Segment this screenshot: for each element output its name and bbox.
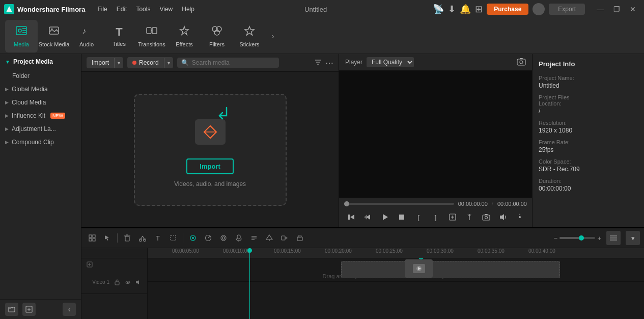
- import-button[interactable]: Import: [87, 57, 114, 68]
- close-button[interactable]: ✕: [626, 4, 640, 14]
- crop-button[interactable]: [166, 231, 180, 245]
- timeline-ruler: 00:00:05:00 00:00:10:00 00:00:15:00 00:0…: [148, 248, 644, 258]
- info-color-space: Color Space: SDR - Rec.709: [539, 158, 638, 173]
- filter-icon[interactable]: [314, 58, 322, 68]
- toolbar-transitions-label: Transitions: [138, 41, 165, 47]
- select-tool-button[interactable]: [101, 231, 114, 245]
- drag-clip-wrap: +: [405, 259, 433, 278]
- toolbar-stickers[interactable]: Stickers: [233, 20, 266, 52]
- mask-button[interactable]: [217, 231, 230, 245]
- notification-icon[interactable]: 🔔: [460, 4, 471, 15]
- add-to-timeline-button[interactable]: [445, 210, 459, 224]
- purchase-button[interactable]: Purchase: [487, 4, 528, 15]
- composite-button[interactable]: [293, 231, 306, 245]
- progress-knob[interactable]: [344, 201, 349, 206]
- toolbar-filters[interactable]: Filters: [201, 20, 233, 52]
- toolbar-audio-label: Audio: [79, 41, 94, 47]
- center-content: Import ▾ Record ▾ 🔍: [81, 54, 644, 319]
- dragged-clip[interactable]: [405, 259, 433, 278]
- svg-marker-31: [364, 215, 367, 220]
- grid-icon[interactable]: ⊞: [475, 4, 483, 15]
- zoom-slider[interactable]: [559, 237, 595, 239]
- mark-in-button[interactable]: [: [412, 210, 426, 224]
- mark-out-button[interactable]: ]: [429, 210, 442, 224]
- speed-button[interactable]: [202, 231, 215, 245]
- player-settings-button[interactable]: [513, 210, 527, 224]
- toolbar-stock-media[interactable]: Stock Media: [38, 20, 70, 52]
- ruler-mark-2: 00:00:15:00: [274, 248, 301, 254]
- cut-button[interactable]: [136, 231, 149, 245]
- clip-ghost: [341, 261, 560, 278]
- delete-button[interactable]: [121, 231, 134, 245]
- skip-back-button[interactable]: [344, 210, 358, 224]
- ruler-mark-1: 00:00:10:00: [223, 248, 250, 254]
- media-content: Import Videos, audio, and images: [81, 72, 339, 227]
- toolbar-effects[interactable]: Effects: [168, 20, 201, 52]
- record-audio-button[interactable]: [232, 231, 245, 245]
- add-marker-button[interactable]: [263, 231, 276, 245]
- audio-button[interactable]: [496, 210, 510, 224]
- toolbar-audio[interactable]: ♪ Audio: [70, 20, 103, 52]
- toolbar-media[interactable]: Media: [5, 20, 38, 52]
- track-lock-button[interactable]: [113, 278, 122, 287]
- toolbar-titles[interactable]: T Titles: [103, 20, 135, 52]
- add-media-button[interactable]: [22, 303, 36, 316]
- zoom-out-icon[interactable]: −: [554, 234, 558, 242]
- player-canvas: [339, 71, 532, 198]
- menu-tools[interactable]: Tools: [132, 4, 154, 15]
- play-button[interactable]: [378, 210, 391, 224]
- menu-edit[interactable]: Edit: [113, 4, 131, 15]
- loop-button[interactable]: [186, 231, 200, 245]
- snapshot-button[interactable]: [479, 210, 493, 224]
- sidebar-folder[interactable]: Folder: [0, 69, 81, 83]
- menu-view[interactable]: View: [155, 4, 177, 15]
- section-arrow-icon: ▶: [5, 126, 9, 131]
- track-visible-button[interactable]: [123, 278, 132, 287]
- search-bar[interactable]: 🔍: [177, 58, 279, 68]
- sidebar-influence-kit[interactable]: ▶ Influence Kit NEW: [0, 109, 81, 122]
- record-chevron[interactable]: ▾: [164, 58, 173, 68]
- collapse-sidebar-button[interactable]: ‹: [63, 303, 76, 316]
- text-tool-button[interactable]: T: [151, 231, 164, 245]
- maximize-button[interactable]: ❐: [609, 4, 624, 14]
- split-button[interactable]: [462, 210, 476, 224]
- sidebar-adjustment[interactable]: ▶ Adjustment La...: [0, 122, 81, 136]
- record-dropdown[interactable]: Record ▾: [127, 57, 173, 68]
- import-dropdown[interactable]: Import ▾: [87, 57, 123, 68]
- scene-detect-button[interactable]: [86, 231, 99, 245]
- track-audio-button[interactable]: [134, 278, 143, 287]
- timeline-layout-button[interactable]: [606, 231, 621, 245]
- broadcast-icon[interactable]: 📡: [433, 4, 444, 15]
- quality-select[interactable]: Full Quality 1/2 Quality 1/4 Quality: [367, 57, 414, 67]
- stop-button[interactable]: [395, 210, 409, 224]
- minimize-button[interactable]: —: [593, 4, 607, 14]
- toolbar-more[interactable]: ›: [268, 32, 278, 40]
- search-input[interactable]: [192, 59, 275, 66]
- zoom-in-icon[interactable]: +: [597, 234, 601, 242]
- add-folder-button[interactable]: [5, 303, 18, 316]
- menu-file[interactable]: File: [93, 4, 111, 15]
- timeline-more-button[interactable]: ▾: [626, 231, 640, 245]
- svg-point-81: [127, 281, 129, 283]
- sidebar-compound-clip[interactable]: ▶ Compound Clip: [0, 136, 81, 149]
- zoom-handle[interactable]: [579, 235, 584, 241]
- more-icon[interactable]: ⋯: [325, 58, 333, 68]
- avatar[interactable]: [533, 3, 545, 15]
- record-button[interactable]: Record: [127, 57, 164, 68]
- player-snapshot-button[interactable]: [517, 58, 526, 67]
- export-button[interactable]: Export: [549, 4, 585, 15]
- download-icon[interactable]: ⬇: [448, 4, 456, 15]
- import-chevron[interactable]: ▾: [114, 58, 123, 68]
- svg-rect-47: [93, 238, 95, 241]
- add-track-row[interactable]: [81, 258, 147, 271]
- import-main-button[interactable]: Import: [186, 158, 233, 174]
- step-back-button[interactable]: [361, 210, 375, 224]
- player-progress-bar[interactable]: [344, 203, 454, 205]
- sidebar-cloud-media[interactable]: ▶ Cloud Media: [0, 96, 81, 109]
- tts-button[interactable]: [247, 231, 261, 245]
- toolbar-transitions[interactable]: Transitions: [135, 20, 168, 52]
- menu-help[interactable]: Help: [178, 4, 199, 15]
- sidebar-global-media[interactable]: ▶ Global Media: [0, 83, 81, 96]
- svg-point-60: [221, 235, 226, 241]
- multicam-button[interactable]: [278, 231, 291, 245]
